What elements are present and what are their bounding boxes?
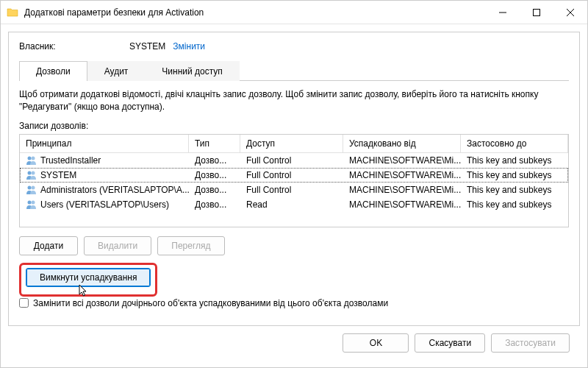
tab-permissions[interactable]: Дозволи <box>19 61 87 81</box>
table-row[interactable]: SYSTEMДозво...Full ControlMACHINE\SOFTWA… <box>20 168 568 183</box>
grid-header: Принципал Тип Доступ Успадковано від Зас… <box>20 135 568 153</box>
svg-point-10 <box>28 200 32 204</box>
content: Власник: SYSTEM Змінити Дозволи Аудит Чи… <box>1 24 587 367</box>
cursor-icon <box>79 284 89 297</box>
close-button[interactable] <box>553 1 587 24</box>
cell-inherited: MACHINE\SOFTWARE\Mi... <box>343 154 461 167</box>
svg-point-11 <box>32 200 35 204</box>
cell-type: Дозво... <box>189 169 240 182</box>
entries-label: Записи дозволів: <box>19 121 569 131</box>
cell-inherited: MACHINE\SOFTWARE\Mi... <box>343 183 461 197</box>
users-icon <box>26 170 37 180</box>
window-title: Додаткові параметри безпеки для Activati… <box>24 7 486 18</box>
minimize-button[interactable] <box>486 1 520 24</box>
svg-point-7 <box>32 171 35 174</box>
grid-body: TrustedInstallerДозво...Full ControlMACH… <box>20 153 568 227</box>
cancel-button[interactable]: Скасувати <box>415 333 485 353</box>
svg-point-6 <box>28 171 32 174</box>
apply-button[interactable]: Застосувати <box>491 333 570 353</box>
cell-principal: Users (VERITASLAPTOP\Users) <box>40 199 169 210</box>
cell-applies: This key and subkeys <box>461 198 568 211</box>
permissions-grid: Принципал Тип Доступ Успадковано від Зас… <box>19 134 569 227</box>
svg-rect-1 <box>534 9 540 15</box>
users-icon <box>26 155 37 166</box>
svg-point-4 <box>28 156 32 160</box>
folder-icon <box>7 7 18 18</box>
col-type-header[interactable]: Тип <box>189 135 240 152</box>
replace-child-perms-row: Замінити всі дозволи дочірнього об'єкта … <box>19 298 569 308</box>
remove-button[interactable]: Видалити <box>84 236 151 255</box>
cell-access: Full Control <box>240 183 343 197</box>
cell-type: Дозво... <box>189 198 240 211</box>
add-button[interactable]: Додати <box>19 236 78 255</box>
maximize-button[interactable] <box>520 1 553 24</box>
tab-audit[interactable]: Аудит <box>87 61 146 81</box>
view-button[interactable]: Перегляд <box>157 236 224 255</box>
main-panel: Власник: SYSTEM Змінити Дозволи Аудит Чи… <box>8 32 580 326</box>
svg-point-8 <box>28 185 32 189</box>
cell-principal: SYSTEM <box>40 170 76 180</box>
cell-applies: This key and subkeys <box>461 183 568 197</box>
security-dialog: Додаткові параметри безпеки для Activati… <box>0 0 588 368</box>
cell-type: Дозво... <box>189 183 240 197</box>
col-principal-header[interactable]: Принципал <box>20 135 189 152</box>
titlebar: Додаткові параметри безпеки для Activati… <box>1 1 587 24</box>
replace-child-perms-label: Замінити всі дозволи дочірнього об'єкта … <box>33 298 388 308</box>
table-row[interactable]: Users (VERITASLAPTOP\Users)Дозво...ReadM… <box>20 197 568 212</box>
cell-principal: TrustedInstaller <box>40 155 101 166</box>
col-inherited-header[interactable]: Успадковано від <box>343 135 461 152</box>
cell-access: Read <box>240 198 343 211</box>
cell-inherited: MACHINE\SOFTWARE\Mi... <box>343 169 461 182</box>
dialog-footer: OK Скасувати Застосувати <box>8 326 580 360</box>
svg-point-9 <box>32 185 35 189</box>
owner-row: Власник: SYSTEM Змінити <box>19 41 569 52</box>
cell-access: Full Control <box>240 169 343 182</box>
replace-child-perms-checkbox[interactable] <box>19 298 29 308</box>
col-applies-header[interactable]: Застосовно до <box>461 135 568 152</box>
description-text: Щоб отримати додаткові відомості, двічі … <box>19 88 569 113</box>
tabs: Дозволи Аудит Чинний доступ <box>19 60 569 81</box>
table-row[interactable]: TrustedInstallerДозво...Full ControlMACH… <box>20 153 568 168</box>
ok-button[interactable]: OK <box>343 333 409 353</box>
col-access-header[interactable]: Доступ <box>240 135 343 152</box>
change-owner-link[interactable]: Змінити <box>173 41 205 52</box>
cell-inherited: MACHINE\SOFTWARE\Mi... <box>343 198 461 211</box>
entry-buttons: Додати Видалити Перегляд <box>19 236 569 255</box>
cell-principal: Administrators (VERITASLAPTOP\A... <box>40 185 189 195</box>
svg-point-5 <box>32 156 35 160</box>
owner-label: Власник: <box>19 41 129 52</box>
cell-applies: This key and subkeys <box>461 169 568 182</box>
users-icon <box>26 185 37 195</box>
highlight-annotation: Вимкнути успадкування <box>19 263 157 297</box>
cell-access: Full Control <box>240 154 343 167</box>
tab-effective-access[interactable]: Чинний доступ <box>145 61 240 81</box>
owner-value: SYSTEM <box>129 41 165 52</box>
cell-type: Дозво... <box>189 154 240 167</box>
users-icon <box>26 199 37 210</box>
cell-applies: This key and subkeys <box>461 154 568 167</box>
table-row[interactable]: Administrators (VERITASLAPTOP\A...Дозво.… <box>20 183 568 197</box>
